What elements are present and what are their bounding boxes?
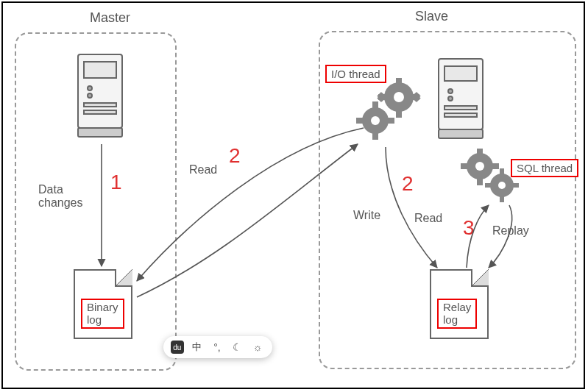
- svg-rect-13: [444, 113, 477, 117]
- ime-toggle-icon[interactable]: 中: [189, 340, 204, 354]
- svg-rect-8: [439, 129, 483, 138]
- svg-rect-2: [84, 62, 116, 78]
- svg-rect-15: [396, 78, 402, 84]
- svg-rect-1: [78, 128, 122, 137]
- svg-rect-40: [485, 183, 491, 188]
- read-label-2: Read: [414, 212, 442, 225]
- punctuation-icon[interactable]: °,: [210, 340, 224, 354]
- master-title: Master: [90, 10, 130, 26]
- svg-point-29: [371, 116, 380, 125]
- svg-rect-38: [500, 196, 504, 202]
- svg-rect-5: [84, 103, 116, 107]
- svg-rect-39: [513, 183, 519, 188]
- svg-rect-6: [84, 110, 116, 114]
- io-thread-gears-icon: [356, 78, 430, 147]
- sun-icon[interactable]: ☼: [250, 340, 265, 354]
- svg-rect-32: [477, 179, 483, 185]
- svg-rect-16: [396, 110, 402, 118]
- svg-point-10: [448, 89, 453, 93]
- svg-rect-37: [500, 168, 504, 174]
- io-thread-label: I/O thread: [325, 65, 386, 83]
- svg-rect-9: [444, 66, 477, 81]
- data-changes-label: Data changes: [38, 183, 83, 210]
- replay-label: Replay: [492, 224, 529, 238]
- relay-log-label: Relay log: [437, 299, 477, 329]
- master-server-icon: [74, 49, 131, 146]
- svg-rect-31: [477, 149, 483, 154]
- svg-rect-28: [356, 118, 363, 124]
- svg-rect-34: [461, 163, 467, 169]
- read-label-1: Read: [189, 163, 217, 177]
- svg-point-23: [394, 92, 404, 102]
- svg-rect-26: [372, 133, 378, 140]
- step-number-2a: 2: [229, 144, 241, 168]
- svg-rect-27: [388, 118, 394, 124]
- svg-rect-33: [492, 163, 499, 169]
- step-number-3: 3: [463, 216, 475, 240]
- floating-toolbar: du 中 °, ☾ ☼: [163, 336, 272, 358]
- step-number-2b: 2: [402, 172, 414, 196]
- sql-thread-label: SQL thread: [511, 159, 578, 177]
- step-number-1: 1: [110, 171, 122, 194]
- binary-log-label: Binary log: [81, 299, 124, 329]
- slave-server-icon: [434, 54, 492, 147]
- relay-log-doc: Relay log: [430, 269, 489, 339]
- sql-thread-gears-icon: [459, 149, 525, 210]
- binary-log-doc: Binary log: [74, 269, 132, 339]
- slave-title: Slave: [415, 9, 448, 24]
- svg-point-11: [448, 96, 453, 101]
- svg-point-41: [498, 182, 506, 189]
- svg-point-4: [88, 93, 92, 98]
- svg-point-35: [475, 162, 484, 171]
- moon-icon[interactable]: ☾: [230, 340, 245, 354]
- baidu-icon[interactable]: du: [171, 341, 184, 354]
- svg-rect-25: [372, 101, 378, 108]
- svg-rect-12: [444, 106, 477, 110]
- write-label: Write: [353, 209, 380, 222]
- diagram-canvas: Master Slave: [1, 1, 585, 389]
- svg-point-3: [88, 86, 92, 90]
